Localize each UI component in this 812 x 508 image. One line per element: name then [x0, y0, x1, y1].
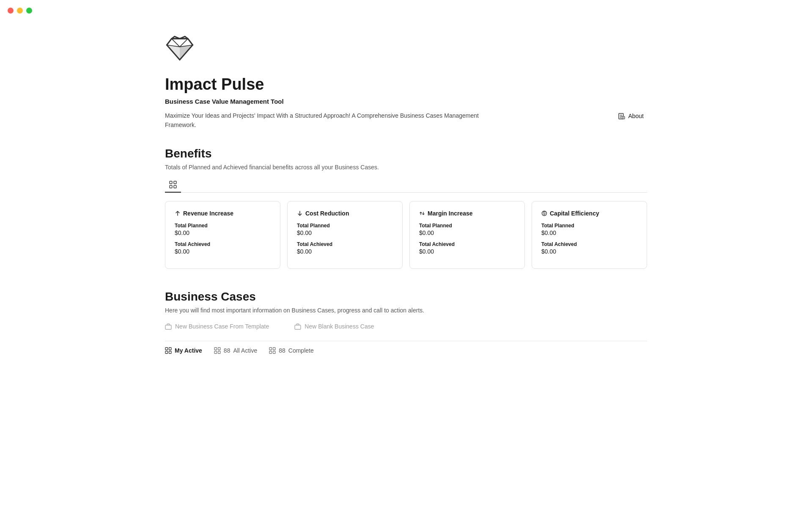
arrow-up-icon	[175, 210, 181, 216]
close-button[interactable]	[8, 8, 14, 14]
app-subtitle: Business Case Value Management Tool	[165, 98, 647, 105]
app-description: Maximize Your Ideas and Projects' Impact…	[165, 111, 486, 130]
benefits-section: Benefits Totals of Planned and Achieved …	[165, 147, 647, 269]
svg-marker-2	[180, 45, 193, 60]
capital-efficiency-icon	[541, 210, 547, 216]
benefit-card-title-revenue: Revenue Increase	[175, 210, 271, 217]
arrow-down-icon	[297, 210, 303, 216]
about-label: About	[628, 113, 644, 119]
business-cases-section: Business Cases Here you will find most i…	[165, 290, 647, 354]
svg-rect-19	[174, 185, 176, 188]
new-from-template-button[interactable]: New Business Case From Template	[165, 320, 269, 332]
new-case-buttons: New Business Case From Template New Blan…	[165, 320, 647, 332]
tab-my-active[interactable]: My Active	[165, 347, 202, 354]
svg-rect-23	[165, 325, 171, 329]
view-tabs-row: My Active 88 All Active	[165, 341, 647, 354]
diamond-logo-icon	[165, 34, 195, 64]
business-cases-title: Business Cases	[165, 290, 647, 304]
benefit-card-cost: Cost Reduction Total Planned $0.00 Total…	[287, 201, 403, 269]
minimize-button[interactable]	[17, 8, 23, 14]
svg-rect-17	[174, 181, 176, 184]
benefit-card-title-cost: Cost Reduction	[297, 210, 393, 217]
svg-rect-27	[165, 351, 168, 353]
svg-rect-18	[170, 185, 172, 188]
arrows-updown-icon	[419, 210, 425, 216]
svg-point-20	[542, 211, 547, 215]
briefcase-blank-icon	[294, 323, 301, 330]
svg-rect-35	[269, 351, 272, 353]
svg-rect-33	[269, 348, 272, 350]
tab-all-active[interactable]: 88 All Active	[214, 347, 257, 354]
logo-area	[165, 34, 647, 65]
svg-rect-28	[169, 351, 172, 353]
svg-rect-32	[218, 351, 220, 353]
business-cases-desc: Here you will find most important inform…	[165, 307, 647, 314]
tab-complete-label: Complete	[288, 347, 314, 354]
benefit-card-margin: Margin Increase Total Planned $0.00 Tota…	[409, 201, 525, 269]
description-row: Maximize Your Ideas and Projects' Impact…	[165, 111, 647, 130]
svg-rect-30	[218, 348, 220, 350]
svg-rect-25	[165, 348, 168, 350]
grid-small-icon-3	[269, 347, 276, 354]
svg-rect-24	[295, 325, 301, 329]
traffic-lights	[8, 8, 32, 14]
svg-rect-26	[169, 348, 172, 350]
new-blank-case-button[interactable]: New Blank Business Case	[294, 320, 374, 332]
tab-complete-prefix: 88	[279, 347, 285, 354]
grid-icon	[169, 181, 177, 188]
svg-rect-29	[214, 348, 217, 350]
about-button[interactable]: About	[615, 111, 647, 121]
grid-small-icon	[165, 347, 172, 354]
tab-complete[interactable]: 88 Complete	[269, 347, 314, 354]
maximize-button[interactable]	[26, 8, 32, 14]
benefits-tab-grid[interactable]	[165, 177, 181, 193]
svg-rect-36	[273, 351, 276, 353]
benefit-card-title-capital: Capital Efficiency	[541, 210, 637, 217]
about-icon	[618, 113, 625, 119]
briefcase-icon	[165, 323, 172, 330]
tab-all-active-label: All Active	[233, 347, 257, 354]
svg-rect-31	[214, 351, 217, 353]
app-title: Impact Pulse	[165, 75, 647, 94]
benefit-card-revenue: Revenue Increase Total Planned $0.00 Tot…	[165, 201, 280, 269]
main-content: Impact Pulse Business Case Value Managem…	[131, 0, 681, 388]
benefit-card-title-margin: Margin Increase	[419, 210, 515, 217]
svg-rect-16	[170, 181, 172, 184]
benefits-title: Benefits	[165, 147, 647, 160]
benefit-card-capital: Capital Efficiency Total Planned $0.00 T…	[532, 201, 647, 269]
grid-small-icon-2	[214, 347, 221, 354]
svg-point-15	[623, 117, 624, 117]
tab-all-active-prefix: 88	[224, 347, 230, 354]
svg-marker-1	[167, 45, 180, 60]
benefits-desc: Totals of Planned and Achieved financial…	[165, 164, 647, 171]
tab-my-active-label: My Active	[175, 347, 202, 354]
benefits-tab-row	[165, 177, 647, 193]
benefits-grid: Revenue Increase Total Planned $0.00 Tot…	[165, 201, 647, 269]
svg-rect-34	[273, 348, 276, 350]
